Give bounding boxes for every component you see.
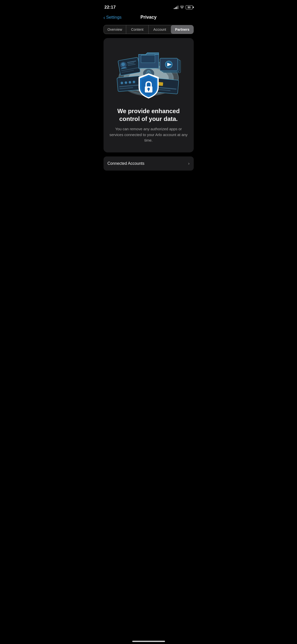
tab-content[interactable]: Content (126, 25, 148, 34)
tab-partners[interactable]: Partners (171, 25, 193, 34)
connected-accounts-row[interactable]: Connected Accounts › (104, 156, 194, 171)
page-title: Privacy (140, 15, 156, 20)
connected-accounts-label: Connected Accounts (108, 161, 145, 166)
tab-account[interactable]: Account (148, 25, 171, 34)
back-button[interactable]: ‹ Settings (104, 15, 122, 20)
back-chevron-icon: ‹ (104, 15, 105, 20)
svg-rect-13 (117, 76, 141, 92)
chevron-right-icon: › (188, 161, 190, 166)
main-card: We provide enhanced control of your data… (104, 38, 194, 152)
status-time: 22:17 (105, 5, 116, 10)
svg-rect-26 (158, 82, 163, 86)
privacy-illustration (113, 46, 184, 101)
status-icons: 90 (174, 5, 193, 9)
card-title: We provide enhanced control of your data… (109, 107, 189, 123)
nav-bar: ‹ Settings Privacy (100, 13, 198, 24)
status-bar: 22:17 90 (100, 0, 198, 13)
tab-bar: Overview Content Account Partners (104, 25, 194, 34)
tab-overview[interactable]: Overview (104, 25, 126, 34)
signal-icon (174, 6, 178, 9)
back-label: Settings (106, 15, 121, 20)
svg-rect-25 (156, 78, 179, 94)
svg-rect-32 (148, 89, 149, 91)
card-subtitle: You can remove any authorized apps or se… (109, 126, 189, 143)
wifi-icon (180, 5, 184, 9)
battery-icon: 90 (186, 5, 193, 9)
